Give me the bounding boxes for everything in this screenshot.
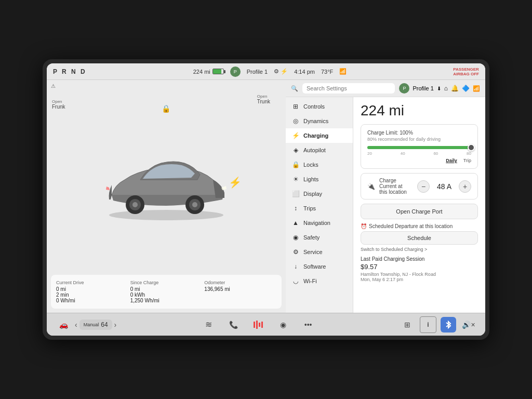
menu-display[interactable]: ⬜ Display (286, 187, 353, 201)
menu-wifi[interactable]: ◡ Wi-Fi (286, 274, 353, 288)
temp-display-status: 73°F (321, 69, 333, 75)
slider-label-60: 60 (433, 151, 438, 156)
lock-icon: 🔒 (162, 104, 170, 113)
current-drive-label: Current Drive (56, 280, 128, 285)
profile-name-status: Profile 1 (247, 69, 268, 75)
odometer-stat: Odometer 136,965 mi (204, 280, 276, 303)
menu-software[interactable]: ↓ Software (286, 259, 353, 274)
navigation-label: Navigation (303, 220, 330, 226)
locks-icon: 🔒 (292, 161, 299, 168)
last-session-datetime: Mon, May 6 2:17 pm (361, 277, 478, 282)
range-display: 224 mi (193, 69, 210, 75)
schedule-button[interactable]: Schedule (361, 231, 478, 245)
bluetooth-icon-top[interactable]: 🔷 (462, 85, 470, 92)
phone-icon-taskbar[interactable]: 📞 (225, 316, 242, 333)
camera-icon-taskbar[interactable]: ◉ (275, 316, 291, 333)
menu-autopilot[interactable]: ◈ Autopilot (286, 143, 353, 157)
charging-bolt-side: ⚡ (229, 176, 242, 189)
odometer-value: 136,965 mi (204, 286, 276, 292)
current-drive-miles: 0 mi (56, 286, 128, 292)
menu-locks[interactable]: 🔒 Locks (286, 157, 353, 172)
temp-control[interactable]: Manual 64 (79, 320, 112, 330)
menu-service[interactable]: ⚙ Service (286, 245, 353, 259)
grid-icon-taskbar[interactable]: ⊞ (399, 316, 416, 333)
charge-slider[interactable] (367, 146, 471, 149)
since-charge-energy: 0 kWh (130, 292, 203, 298)
software-icon: ↓ (292, 263, 299, 270)
nav-right-arrow[interactable]: › (113, 320, 118, 330)
fan-icon-taskbar[interactable]: ≋ (200, 316, 217, 333)
car-icon-taskbar[interactable]: 🚗 (55, 316, 72, 333)
wifi-label: Wi-Fi (303, 278, 317, 284)
bell-icon[interactable]: 🔔 (451, 85, 459, 92)
autopilot-icon: ◈ (292, 147, 299, 154)
display-label: Display (303, 191, 322, 197)
car-stats: Current Drive 0 mi 2 min 0 Wh/mi Since C… (51, 275, 282, 309)
battery-info: 224 mi (193, 69, 224, 75)
menu-controls[interactable]: ⊞ Controls (286, 99, 353, 114)
search-input[interactable] (302, 83, 395, 94)
autopilot-label: Autopilot (303, 147, 326, 153)
charge-slider-thumb[interactable] (468, 144, 475, 151)
trunk-open-text: Open (257, 94, 270, 99)
navigation-icon: ▲ (292, 219, 299, 227)
menu-safety[interactable]: ◉ Safety (286, 230, 353, 245)
music-bars-icon (253, 321, 263, 329)
trunk-part-text: Trunk (257, 99, 270, 104)
schedule-title: ⏰ Scheduled Departure at this location (361, 223, 478, 229)
volume-icon-taskbar[interactable]: 🔊× (460, 316, 477, 333)
time-display: 4:14 pm (294, 69, 315, 75)
music-icon-taskbar[interactable] (250, 316, 267, 333)
info-icon-taskbar[interactable]: i (420, 316, 436, 333)
menu-dynamics[interactable]: ◎ Dynamics (286, 114, 353, 128)
bluetooth-taskbar-button[interactable] (441, 317, 456, 332)
bluetooth-icon-taskbar (445, 321, 451, 329)
daily-tab[interactable]: Daily (446, 158, 457, 163)
charging-panel: 224 mi Charge Limit: 100% 80% recommende… (353, 97, 485, 313)
svg-rect-10 (261, 322, 263, 328)
menu-navigation[interactable]: ▲ Navigation (286, 216, 353, 230)
open-charge-port-button[interactable]: Open Charge Port (361, 204, 478, 219)
profile-avatar: P (399, 83, 409, 94)
menu-lights[interactable]: ☀ Lights (286, 172, 353, 187)
amp-increase-button[interactable]: + (459, 180, 471, 193)
lights-icon: ☀ (292, 176, 299, 183)
manual-label: Manual (84, 322, 99, 327)
nav-left-arrow[interactable]: ‹ (74, 320, 78, 330)
charge-slider-fill (367, 146, 471, 149)
charge-current-plug-icon: 🔌 (367, 183, 375, 190)
last-charging-session: Last Paid Charging Session $9.57 Hamilto… (361, 256, 478, 282)
switch-charging-link[interactable]: Switch to Scheduled Charging > (361, 247, 478, 252)
taskbar-center: ≋ 📞 ◉ ••• (200, 316, 316, 333)
dynamics-label: Dynamics (303, 118, 328, 124)
trips-icon: ↕ (292, 205, 299, 212)
trip-tab[interactable]: Trip (463, 158, 471, 163)
home-icon[interactable]: ⌂ (444, 85, 448, 92)
menu-trips[interactable]: ↕ Trips (286, 201, 353, 216)
dynamics-icon: ◎ (292, 117, 299, 125)
svg-point-6 (192, 202, 197, 207)
current-drive-time: 2 min (56, 292, 128, 298)
profile-download-icon: ⬇ (437, 86, 441, 91)
slider-labels: 20 40 60 80 (367, 151, 471, 156)
software-label: Software (303, 263, 326, 270)
frunk-part-text: Frunk (52, 104, 65, 110)
charge-limit-subtitle: 80% recommended for daily driving (367, 137, 471, 142)
car-visualization: Open Frunk Open Trunk 🔒 (47, 89, 286, 271)
svg-point-0 (109, 210, 223, 220)
controls-label: Controls (303, 103, 325, 110)
taskbar: 🚗 ‹ Manual 64 › ≋ 📞 (47, 313, 485, 336)
svg-point-3 (132, 202, 138, 207)
frunk-open-text: Open (52, 99, 65, 104)
more-icon-taskbar[interactable]: ••• (300, 316, 316, 333)
trunk-label[interactable]: Open Trunk (257, 94, 270, 104)
since-charge-efficiency: 1,250 Wh/mi (130, 298, 203, 303)
menu-charging[interactable]: ⚡ Charging (286, 128, 353, 143)
amp-decrease-button[interactable]: − (417, 180, 430, 193)
signal-icons: 📶 (339, 68, 347, 75)
locks-label: Locks (303, 162, 318, 168)
temp-value: 64 (101, 321, 108, 328)
frunk-label[interactable]: Open Frunk (52, 99, 65, 110)
daily-trip-tabs: Daily Trip (367, 158, 471, 163)
range-main-display: 224 mi (361, 102, 478, 119)
